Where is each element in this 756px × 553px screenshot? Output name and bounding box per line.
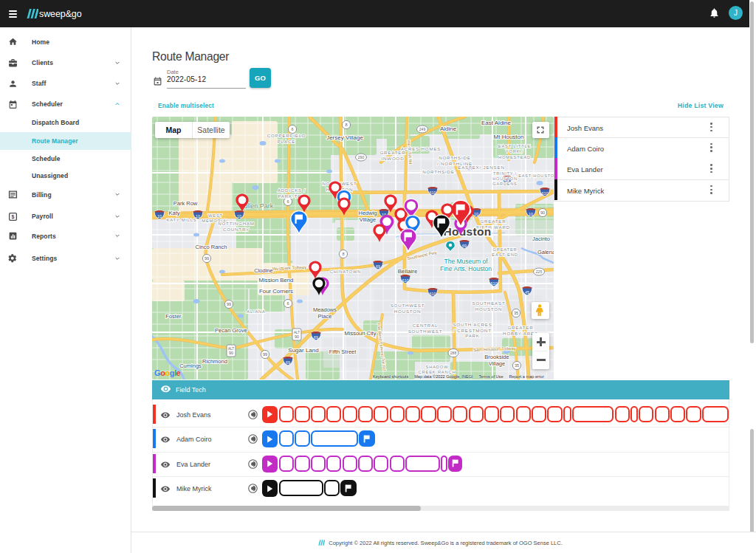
svg-text:WEST: WEST bbox=[208, 213, 223, 218]
svg-text:/ CRESTMONT: / CRESTMONT bbox=[453, 328, 491, 333]
svg-text:Houston: Houston bbox=[444, 225, 492, 238]
svg-text:SOUTHWEST: SOUTHWEST bbox=[408, 329, 443, 334]
svg-text:HOUSTON: HOUSTON bbox=[475, 306, 502, 312]
svg-text:Jersey Village: Jersey Village bbox=[326, 134, 363, 141]
svg-text:610: 610 bbox=[542, 191, 549, 196]
svg-text:NOTTINGHAM: NOTTINGHAM bbox=[218, 221, 255, 226]
svg-text:99: 99 bbox=[227, 302, 231, 306]
svg-text:GREATER: GREATER bbox=[492, 247, 517, 252]
svg-text:35: 35 bbox=[515, 363, 519, 368]
svg-text:Mt Houston: Mt Houston bbox=[494, 134, 524, 140]
svg-text:ACRES HOMES: ACRES HOMES bbox=[401, 146, 441, 151]
svg-text:69: 69 bbox=[462, 244, 467, 248]
svg-text:Foster: Foster bbox=[165, 313, 182, 320]
svg-text:99: 99 bbox=[263, 352, 267, 357]
svg-text:SOUTHWEST: SOUTHWEST bbox=[391, 303, 425, 308]
svg-text:ALIANA: ALIANA bbox=[247, 309, 265, 314]
svg-text:COUNTRY: COUNTRY bbox=[223, 227, 250, 232]
svg-text:INWOOD: INWOOD bbox=[382, 156, 405, 161]
svg-text:Clodine: Clodine bbox=[254, 267, 272, 274]
svg-text:ALT: ALT bbox=[294, 331, 300, 334]
svg-text:288: 288 bbox=[450, 351, 457, 355]
svg-text:GREATER: GREATER bbox=[480, 219, 506, 224]
svg-text:HOUSTON: HOUSTON bbox=[394, 309, 421, 314]
svg-text:10: 10 bbox=[474, 212, 478, 216]
svg-text:EASTEX/ JENSEN: EASTEX/ JENSEN bbox=[458, 165, 504, 170]
svg-text:GREATER: GREATER bbox=[507, 325, 533, 330]
svg-text:KATY MILLS: KATY MILLS bbox=[167, 218, 197, 222]
svg-text:ALT: ALT bbox=[228, 347, 234, 351]
svg-text:69: 69 bbox=[376, 264, 380, 269]
svg-text:COPPERFIELD: COPPERFIELD bbox=[267, 133, 306, 138]
svg-text:PLACE: PLACE bbox=[278, 139, 295, 144]
svg-text:90: 90 bbox=[540, 210, 545, 215]
svg-text:PARK: PARK bbox=[465, 333, 480, 338]
svg-text:NORTHSIDE: NORTHSIDE bbox=[422, 169, 455, 174]
svg-text:610: 610 bbox=[430, 190, 436, 195]
svg-text:Cinco Ranch: Cinco Ranch bbox=[196, 244, 227, 250]
svg-text:6: 6 bbox=[286, 199, 289, 204]
svg-text:EAST HOUSTON: EAST HOUSTON bbox=[518, 174, 554, 178]
svg-text:Mission Bend: Mission Bend bbox=[259, 277, 294, 284]
svg-text:6: 6 bbox=[291, 127, 293, 131]
svg-text:EAST LITTLE: EAST LITTLE bbox=[498, 144, 531, 148]
svg-text:225: 225 bbox=[536, 269, 543, 274]
svg-text:Galena: Galena bbox=[537, 249, 554, 255]
svg-text:10: 10 bbox=[237, 214, 241, 219]
svg-text:Richmond: Richmond bbox=[202, 358, 227, 365]
svg-text:YORK /: YORK / bbox=[506, 149, 523, 154]
svg-text:610: 610 bbox=[402, 278, 409, 283]
svg-text:HOMESTEAD: HOMESTEAD bbox=[498, 155, 531, 159]
svg-text:Sugar Land: Sugar Land bbox=[288, 347, 318, 354]
svg-text:TRINITY /: TRINITY / bbox=[493, 171, 517, 176]
svg-text:Jacinto: Jacinto bbox=[532, 236, 550, 242]
svg-text:GARDENS: GARDENS bbox=[492, 182, 517, 186]
svg-text:6: 6 bbox=[286, 301, 289, 306]
svg-text:10: 10 bbox=[157, 214, 162, 219]
svg-text:East Aldine: East Aldine bbox=[481, 120, 512, 126]
svg-text:Pecan Grove: Pecan Grove bbox=[215, 327, 247, 334]
svg-text:8: 8 bbox=[345, 123, 347, 127]
svg-text:Cumings: Cumings bbox=[179, 363, 202, 369]
svg-text:Missouri City: Missouri City bbox=[345, 330, 377, 337]
svg-text:SHADOW: SHADOW bbox=[426, 365, 449, 369]
svg-text:Hedwig: Hedwig bbox=[358, 210, 377, 216]
svg-text:Aldine: Aldine bbox=[440, 126, 457, 132]
svg-text:$: $ bbox=[11, 213, 14, 219]
svg-text:290: 290 bbox=[358, 155, 365, 159]
svg-text:CENTRAL: CENTRAL bbox=[413, 323, 438, 328]
svg-text:99: 99 bbox=[205, 256, 209, 261]
svg-text:69: 69 bbox=[286, 360, 290, 365]
svg-text:90: 90 bbox=[295, 334, 299, 339]
svg-text:10: 10 bbox=[529, 212, 533, 216]
svg-text:Brookside: Brookside bbox=[484, 354, 509, 360]
svg-text:The Museum of: The Museum of bbox=[444, 258, 488, 265]
svg-text:35: 35 bbox=[514, 311, 518, 315]
svg-text:90: 90 bbox=[229, 351, 233, 355]
svg-text:249: 249 bbox=[419, 127, 426, 131]
svg-text:610: 610 bbox=[491, 281, 498, 286]
svg-text:Village: Village bbox=[360, 216, 376, 223]
svg-text:Katy: Katy bbox=[168, 210, 179, 216]
svg-text:NORTHSIDE: NORTHSIDE bbox=[439, 155, 471, 160]
svg-text:EAST END: EAST END bbox=[492, 253, 518, 257]
svg-text:45: 45 bbox=[525, 290, 529, 295]
svg-text:Village: Village bbox=[489, 360, 505, 367]
svg-text:ADDICKS /: ADDICKS / bbox=[278, 188, 306, 193]
svg-text:Fine Arts, Houston: Fine Arts, Houston bbox=[440, 265, 492, 272]
svg-text:SOUTHEAST: SOUTHEAST bbox=[472, 300, 505, 306]
svg-text:8: 8 bbox=[342, 252, 344, 256]
svg-text:Park Row: Park Row bbox=[173, 200, 198, 207]
svg-text:Place: Place bbox=[318, 313, 332, 320]
svg-text:Fifth Street: Fifth Street bbox=[329, 348, 357, 355]
svg-text:69: 69 bbox=[314, 335, 318, 340]
svg-text:610: 610 bbox=[430, 292, 436, 296]
svg-text:SOUTH ACRES: SOUTH ACRES bbox=[453, 322, 492, 327]
svg-text:HOUSTON: HOUSTON bbox=[492, 176, 517, 181]
svg-text:Bellaire: Bellaire bbox=[398, 268, 418, 275]
svg-text:Four Corners: Four Corners bbox=[259, 288, 293, 295]
svg-text:Meadows: Meadows bbox=[313, 306, 337, 313]
svg-text:CHINATOWN: CHINATOWN bbox=[330, 269, 361, 274]
